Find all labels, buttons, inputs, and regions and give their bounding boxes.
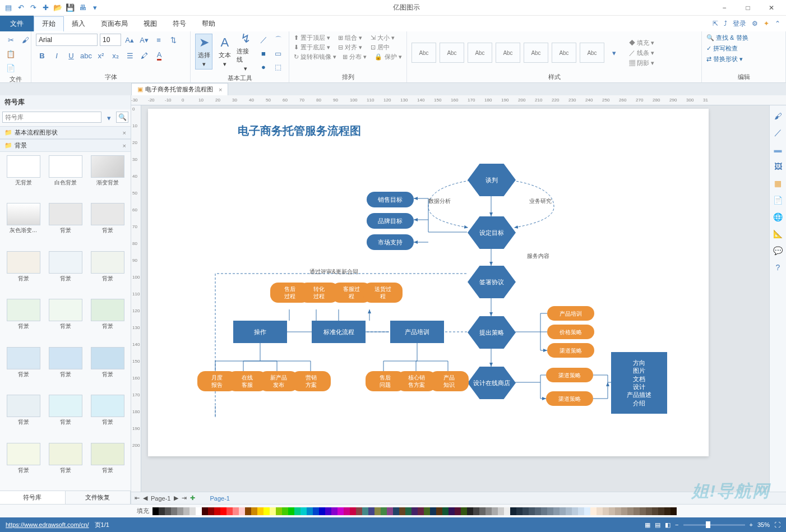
node-train[interactable]: 产品培训 (390, 321, 444, 343)
color-swatch[interactable] (510, 507, 516, 515)
color-swatch[interactable] (381, 507, 387, 515)
format-painter-icon[interactable]: 🖌 (19, 34, 31, 46)
color-swatch[interactable] (424, 507, 430, 515)
save-icon[interactable]: 💾 (65, 3, 75, 13)
color-swatch[interactable] (208, 507, 214, 515)
color-swatch[interactable] (523, 507, 529, 515)
minimize-button[interactable]: − (713, 1, 736, 15)
color-swatch[interactable] (504, 507, 510, 515)
thumbnail-item[interactable]: 背景 (3, 395, 43, 439)
zoom-slider[interactable] (683, 524, 745, 526)
linespace-icon[interactable]: ⇅ (167, 34, 179, 46)
node-prodtrain[interactable]: 产品培训 (547, 306, 594, 321)
color-swatch[interactable] (479, 507, 486, 515)
color-swatch[interactable] (165, 507, 171, 515)
font-color-icon[interactable]: A (153, 49, 165, 62)
node-setgoal[interactable]: 设定目标 (468, 216, 516, 249)
paste-icon[interactable]: 📄 (4, 62, 17, 74)
color-swatch[interactable] (418, 507, 424, 515)
node-price[interactable]: 价格策略 (547, 325, 594, 339)
font-name-select[interactable]: Arial (36, 34, 98, 46)
node-brand-goal[interactable]: 品牌目标 (367, 213, 414, 229)
color-swatch[interactable] (288, 507, 294, 515)
thumbnail-item[interactable]: 背景 (87, 395, 127, 439)
color-swatch[interactable] (387, 507, 393, 515)
zoom-in-icon[interactable]: + (750, 521, 753, 528)
image-panel-icon[interactable]: 🖼 (772, 160, 784, 173)
zoom-out-icon[interactable]: − (675, 521, 678, 528)
help-icon[interactable]: ? (772, 261, 784, 274)
node-strategy[interactable]: 提出策略 (468, 316, 516, 349)
add-page-icon[interactable]: ✚ (190, 494, 195, 502)
color-swatch[interactable] (634, 507, 640, 515)
style-preset-1[interactable]: Abc (440, 43, 464, 63)
rect-shape-icon[interactable]: ■ (257, 47, 270, 59)
view-icon-3[interactable]: ◧ (665, 521, 671, 529)
font-size-select[interactable]: 10 (100, 34, 121, 46)
rotate-icon[interactable]: ↻ 旋转和镜像 ▾ (294, 53, 336, 61)
color-swatch[interactable] (177, 507, 183, 515)
color-swatch[interactable] (455, 507, 461, 515)
tab-help[interactable]: 帮助 (194, 16, 223, 31)
color-swatch[interactable] (245, 507, 251, 515)
align-icon2[interactable]: ⊟ 对齐 ▾ (338, 43, 362, 52)
tab-symbol[interactable]: 符号 (165, 16, 194, 31)
distribute-icon[interactable]: ⊞ 分布 ▾ (343, 53, 367, 61)
color-swatch[interactable] (368, 507, 374, 515)
color-swatch[interactable] (578, 507, 584, 515)
line-button[interactable]: ／ 线条 ▾ (629, 49, 654, 57)
color-swatch[interactable] (405, 507, 412, 515)
tab-recovery[interactable]: 文件恢复 (66, 491, 131, 504)
replace-shape-button[interactable]: ⇄ 替换形状 ▾ (706, 55, 748, 63)
color-swatch[interactable] (233, 507, 239, 515)
send-bottom-icon[interactable]: ⬇ 置于底层 ▾ (294, 43, 330, 52)
thumbnail-item[interactable]: 背景 (87, 203, 127, 247)
superscript-button[interactable]: x² (95, 49, 107, 62)
color-swatch[interactable] (325, 507, 331, 515)
color-swatch[interactable] (658, 507, 664, 515)
color-swatch[interactable] (344, 507, 350, 515)
color-swatch[interactable] (547, 507, 553, 515)
node-std[interactable]: 标准化流程 (312, 321, 366, 343)
thumbnail-item[interactable]: 渐变背景 (87, 155, 127, 200)
undo-icon[interactable]: ↶ (16, 3, 26, 13)
color-swatch[interactable] (313, 507, 319, 515)
collapse-icon[interactable]: ⌃ (775, 20, 780, 27)
line-shape-icon[interactable]: ／ (257, 34, 270, 46)
share-icon[interactable]: ⤴ (724, 20, 727, 27)
view-icon-1[interactable]: ▦ (645, 521, 650, 529)
close-button[interactable]: ✕ (760, 1, 783, 15)
style-preset-3[interactable]: Abc (496, 43, 520, 63)
cut-icon[interactable]: ✂ (4, 34, 17, 46)
first-page-icon[interactable]: ⇤ (135, 494, 140, 502)
thumbnail-item[interactable]: 无背景 (3, 155, 43, 200)
highlight-icon[interactable]: 🖍 (138, 49, 151, 62)
color-swatch[interactable] (473, 507, 479, 515)
category-basic[interactable]: 📁基本流程图形状× (0, 126, 131, 139)
thumbnail-item[interactable]: 背景 (45, 443, 85, 487)
text-tool[interactable]: A文本▾ (216, 34, 233, 70)
gear-icon[interactable]: ⚙ (752, 20, 758, 27)
tab-view[interactable]: 视图 (136, 16, 165, 31)
color-swatch[interactable] (436, 507, 442, 515)
color-swatch[interactable] (566, 507, 572, 515)
page-tab[interactable]: Page-1 (151, 495, 170, 502)
color-swatch[interactable] (498, 507, 504, 515)
color-swatch[interactable] (560, 507, 566, 515)
color-swatch[interactable] (646, 507, 652, 515)
color-swatch[interactable] (276, 507, 282, 515)
color-swatch[interactable] (412, 507, 418, 515)
color-swatch[interactable] (152, 507, 159, 515)
node-mktplan[interactable]: 营销 方案 (292, 371, 331, 391)
close-cat-icon[interactable]: × (123, 129, 126, 136)
globe-icon[interactable]: 🌐 (772, 211, 784, 223)
thumbnail-item[interactable]: 背景 (3, 299, 43, 343)
color-swatch[interactable] (183, 507, 189, 515)
next-page-icon[interactable]: ▶ (174, 494, 178, 502)
node-ship-p[interactable]: 送货过 程 (363, 283, 403, 303)
print-icon[interactable]: 🖶 (77, 3, 87, 13)
node-negotiate[interactable]: 谈判 (468, 164, 516, 196)
close-tab-icon[interactable]: × (219, 86, 222, 93)
color-swatch[interactable] (239, 507, 245, 515)
format-panel-icon[interactable]: 🖌 (772, 110, 784, 122)
